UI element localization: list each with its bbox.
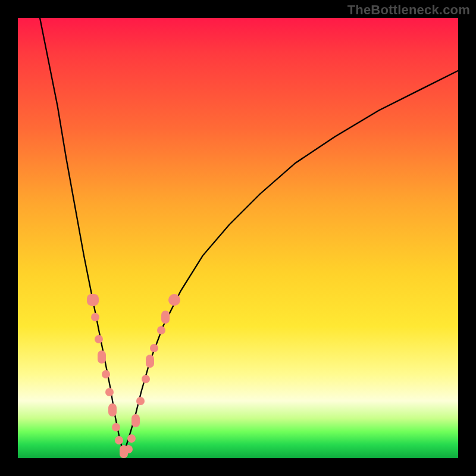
data-marker (136, 397, 145, 405)
data-marker (102, 370, 110, 378)
data-marker (124, 445, 133, 453)
data-marker (157, 326, 165, 334)
data-marker (95, 335, 103, 343)
data-marker (105, 388, 114, 396)
data-marker (98, 350, 106, 364)
plot-area (18, 18, 458, 458)
data-marker (108, 403, 117, 416)
bottleneck-curve (18, 18, 458, 458)
data-marker (87, 294, 99, 306)
data-marker (161, 311, 170, 324)
watermark-text: TheBottleneck.com (347, 2, 470, 18)
data-marker (168, 294, 180, 306)
data-marker (146, 355, 154, 368)
data-marker (127, 434, 136, 443)
data-marker (112, 423, 120, 431)
data-marker (91, 313, 99, 321)
chart-frame: TheBottleneck.com (0, 0, 476, 476)
data-marker (115, 436, 123, 444)
data-marker (142, 375, 150, 383)
data-marker (131, 414, 140, 427)
data-marker (150, 344, 158, 352)
